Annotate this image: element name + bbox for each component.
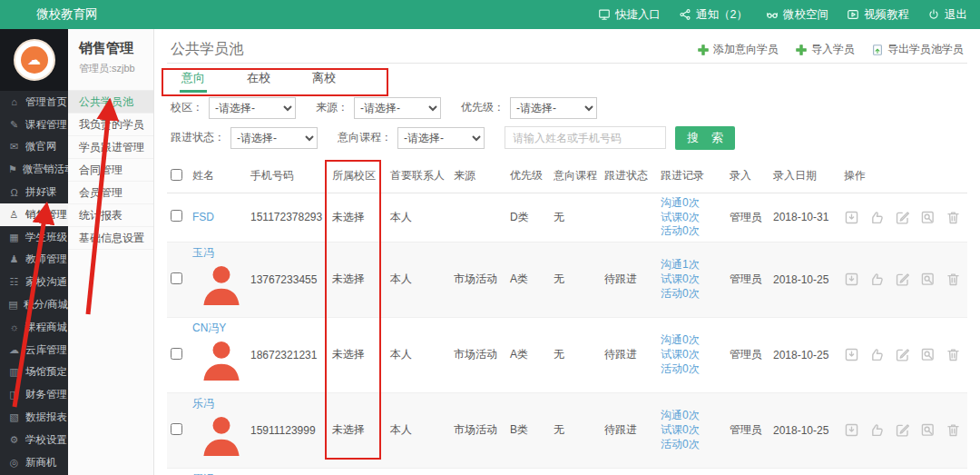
- record-link[interactable]: 沟通0次: [661, 196, 722, 211]
- filter-select-2[interactable]: -请选择-: [510, 97, 597, 119]
- name-cell: 乐冯: [189, 392, 247, 468]
- sidebar-item-0[interactable]: ⌂管理首页: [0, 91, 68, 114]
- delete-icon[interactable]: [946, 422, 961, 438]
- record-link[interactable]: 试课0次: [661, 211, 722, 225]
- preview-icon[interactable]: [920, 422, 936, 438]
- submenu-item-2[interactable]: 学员跟进管理: [68, 136, 153, 159]
- action-0[interactable]: 添加意向学员: [697, 42, 779, 57]
- cloud-logo-icon: [13, 7, 29, 22]
- search-input[interactable]: [505, 126, 666, 149]
- settings-icon: ⚙: [8, 434, 20, 446]
- tab-2[interactable]: 离校: [310, 70, 338, 93]
- sidebar-item-16[interactable]: ◎新商机: [0, 451, 68, 474]
- filter-select-0[interactable]: -请选择-: [230, 127, 318, 149]
- student-name-link[interactable]: 玉冯: [192, 246, 214, 259]
- row-operations: [844, 210, 964, 225]
- student-name-link[interactable]: FSD: [192, 211, 214, 223]
- sidebar-item-7[interactable]: ♟教师管理: [0, 249, 68, 272]
- record-link[interactable]: 活动0次: [661, 438, 722, 452]
- edit-icon[interactable]: [895, 422, 910, 438]
- edit-icon[interactable]: [895, 272, 910, 287]
- download-icon[interactable]: [844, 272, 859, 287]
- course-cell: 无: [550, 242, 601, 317]
- toplink-glasses[interactable]: 微校空间: [766, 7, 828, 23]
- sidebar-item-1[interactable]: ✎课程管理: [0, 114, 68, 136]
- sidebar-item-11[interactable]: ☁云库管理: [0, 339, 68, 361]
- tab-0[interactable]: 意向: [180, 70, 207, 93]
- sidebar-item-3[interactable]: ⚑微营销活动: [0, 158, 68, 181]
- record-link[interactable]: 沟通1次: [661, 258, 722, 272]
- filter-select-1[interactable]: -请选择-: [397, 127, 485, 149]
- thumbup-icon[interactable]: [869, 422, 885, 438]
- sidebar-item-4[interactable]: Ω拼好课: [0, 181, 68, 203]
- download-icon[interactable]: [844, 210, 859, 225]
- sidebar-item-12[interactable]: ▥场馆预定: [0, 361, 68, 384]
- download-icon[interactable]: [844, 347, 859, 362]
- student-name-link[interactable]: CN冯Y: [192, 322, 226, 334]
- record-link[interactable]: 沟通0次: [661, 333, 722, 348]
- row-checkbox[interactable]: [171, 348, 182, 360]
- contact-cell: 本人: [387, 468, 450, 475]
- submenu-item-1[interactable]: 我负责的学员: [68, 114, 153, 136]
- preview-icon[interactable]: [920, 272, 936, 287]
- record-link[interactable]: 活动0次: [661, 362, 722, 377]
- status-cell: 待跟进: [601, 242, 657, 317]
- delete-icon[interactable]: [946, 272, 961, 287]
- sidebar-item-8[interactable]: ☷家校沟通: [0, 271, 68, 293]
- sidebar-item-6[interactable]: ▦学生班级: [0, 226, 68, 249]
- campus-cell: 未选择: [328, 193, 387, 242]
- download-icon[interactable]: [844, 422, 859, 438]
- record-link[interactable]: 试课0次: [661, 348, 722, 362]
- contact-cell: 本人: [387, 242, 450, 317]
- date-cell: 2018-10-31: [769, 193, 840, 242]
- search-button[interactable]: 搜 索: [675, 126, 735, 150]
- row-checkbox[interactable]: [171, 210, 182, 222]
- tab-1[interactable]: 在校: [245, 70, 272, 93]
- thumbup-icon[interactable]: [869, 210, 885, 225]
- school-logo-icon: ☁: [14, 39, 55, 81]
- sidebar-item-2[interactable]: ✉微官网: [0, 136, 68, 159]
- submenu-item-0[interactable]: 公共学员池: [68, 91, 153, 114]
- sidebar-item-5[interactable]: ♙销售管理: [0, 203, 68, 226]
- action-2[interactable]: 导出学员池学员: [871, 42, 964, 57]
- delete-icon[interactable]: [946, 347, 961, 362]
- select-all-checkbox[interactable]: [171, 169, 182, 181]
- record-link[interactable]: 沟通0次: [661, 409, 722, 423]
- column-header-9: 录入: [726, 159, 769, 193]
- toplink-shortcut[interactable]: 快捷入口: [598, 7, 661, 23]
- toplink-share[interactable]: 通知（2）: [679, 7, 748, 23]
- edit-icon[interactable]: [895, 210, 910, 225]
- sidebar-item-15[interactable]: ⚙学校设置: [0, 429, 68, 451]
- submenu-item-4[interactable]: 会员管理: [68, 182, 153, 204]
- toplink-power[interactable]: 退出: [927, 7, 967, 23]
- submenu-item-6[interactable]: 基础信息设置: [68, 227, 153, 250]
- record-link[interactable]: 活动0次: [661, 224, 722, 239]
- action-1[interactable]: 导入学员: [795, 42, 855, 57]
- sidebar-item-9[interactable]: ▤积分/商城: [0, 293, 68, 316]
- records-cell: 沟通0次试课0次活动0次: [657, 317, 726, 392]
- record-link[interactable]: 活动0次: [661, 287, 722, 302]
- row-checkbox[interactable]: [171, 272, 182, 284]
- person-icon: [196, 452, 247, 465]
- submenu-item-5[interactable]: 统计报表: [68, 204, 153, 227]
- record-link[interactable]: 试课0次: [661, 423, 722, 438]
- toplink-video[interactable]: 视频教程: [847, 7, 909, 23]
- edit-icon[interactable]: [895, 347, 910, 362]
- admin-label: 管理员:szjbb: [79, 62, 153, 75]
- sidebar-item-14[interactable]: ▧数据报表: [0, 406, 68, 429]
- thumbup-icon[interactable]: [869, 347, 885, 362]
- filter-select-1[interactable]: -请选择-: [354, 97, 441, 119]
- sidebar-item-13[interactable]: ◫财务管理: [0, 383, 68, 406]
- preview-icon[interactable]: [920, 210, 936, 225]
- student-name-link[interactable]: 乐冯: [192, 397, 214, 410]
- thumbup-icon[interactable]: [869, 272, 885, 287]
- filter-group: 跟进状态：-请选择-: [171, 127, 318, 149]
- submenu-item-3[interactable]: 合同管理: [68, 159, 153, 182]
- row-checkbox[interactable]: [171, 423, 182, 435]
- preview-icon[interactable]: [920, 347, 936, 362]
- delete-icon[interactable]: [946, 210, 961, 225]
- filter-select-0[interactable]: -请选择-: [209, 97, 296, 119]
- sidebar-item-10[interactable]: ☼课程商城: [0, 316, 68, 339]
- course-cell: 无: [550, 317, 601, 392]
- record-link[interactable]: 试课0次: [661, 272, 722, 287]
